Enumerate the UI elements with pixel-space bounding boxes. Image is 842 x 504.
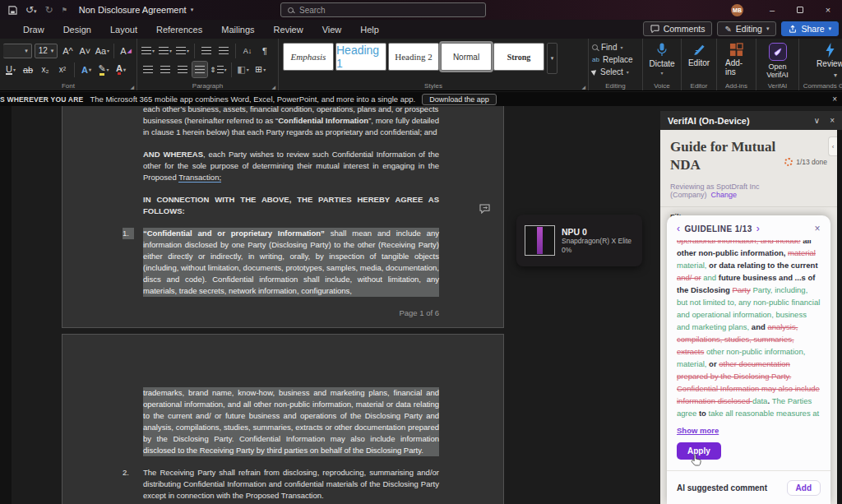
guideline-prev-chevron[interactable]: ‹ bbox=[677, 223, 680, 234]
font-color-button[interactable]: A▾ bbox=[113, 62, 128, 77]
show-more-link[interactable]: Show more bbox=[677, 426, 719, 435]
style-strong[interactable]: Strong bbox=[493, 43, 544, 71]
change-case-button[interactable]: Aa▾ bbox=[95, 43, 109, 58]
increase-indent-button[interactable] bbox=[216, 43, 231, 58]
panel-collapse-chevron-icon[interactable]: ∨ bbox=[814, 116, 820, 125]
shading-button[interactable]: ◧▾ bbox=[236, 62, 251, 77]
font-size-combo[interactable]: 12▾ bbox=[35, 44, 58, 58]
maximize-button[interactable] bbox=[786, 0, 814, 20]
decrease-indent-button[interactable] bbox=[199, 43, 214, 58]
style-heading2[interactable]: Heading 2 bbox=[388, 43, 439, 71]
dictate-button[interactable]: Dictate▾ bbox=[646, 41, 678, 79]
tab-draw[interactable]: Draw bbox=[23, 25, 44, 35]
align-center-button[interactable] bbox=[158, 62, 173, 77]
guideline-close-icon[interactable]: × bbox=[815, 223, 821, 234]
editing-mode-button[interactable]: ✎ Editing▾ bbox=[717, 21, 776, 36]
find-button[interactable]: Find▾ bbox=[592, 41, 639, 53]
shrink-font-button[interactable]: A˅ bbox=[77, 43, 92, 58]
style-heading1[interactable]: Heading 1 bbox=[335, 43, 386, 71]
show-formatting-button[interactable]: ¶ bbox=[257, 43, 272, 58]
replace-button[interactable]: abReplace bbox=[592, 53, 639, 66]
align-left-button[interactable] bbox=[141, 62, 155, 77]
justify-button[interactable] bbox=[192, 62, 207, 77]
search-input[interactable]: Search bbox=[280, 2, 486, 17]
tab-view[interactable]: View bbox=[322, 25, 342, 35]
tab-review[interactable]: Review bbox=[274, 25, 303, 35]
styles-gallery-more-button[interactable]: ▾ bbox=[547, 43, 557, 74]
download-app-button[interactable]: Download the app bbox=[422, 94, 497, 105]
tab-references[interactable]: References bbox=[156, 25, 202, 35]
panel-edge bbox=[837, 130, 842, 504]
numbering-button[interactable]: ▾ bbox=[158, 43, 173, 58]
selected-text-continued: trademarks, brand name, know-how, busine… bbox=[143, 387, 439, 456]
text-effects-button[interactable]: A▾ bbox=[79, 62, 94, 77]
collapse-ribbon-chevron[interactable]: ▾ bbox=[834, 72, 837, 79]
banner-close-icon[interactable]: × bbox=[832, 95, 837, 104]
guideline-next-chevron[interactable]: › bbox=[756, 223, 760, 234]
font-group-label: Font bbox=[0, 82, 136, 90]
document-canvas[interactable]: each other’s business, assets, financial… bbox=[0, 106, 660, 504]
doc-paragraph-whereas1: businesses (hereinafter referred to as “… bbox=[143, 115, 439, 138]
underline-button[interactable]: U▾ bbox=[3, 62, 18, 77]
styles-group-label: Styles bbox=[279, 82, 588, 90]
font-name-combo[interactable]: ▾ bbox=[3, 44, 32, 58]
redline-preview[interactable]: operational information, and include all… bbox=[677, 240, 821, 422]
track-changes-icon[interactable] bbox=[479, 204, 490, 214]
borders-button[interactable]: ⊞▾ bbox=[253, 62, 268, 77]
flag-icon[interactable]: ⚑ bbox=[62, 7, 67, 14]
sort-button[interactable]: A↓ bbox=[240, 43, 255, 58]
editor-button[interactable]: Editor bbox=[685, 41, 713, 79]
avatar[interactable]: MB bbox=[731, 4, 743, 16]
comment-icon bbox=[650, 25, 659, 33]
document-page-2[interactable]: trademarks, brand name, know-how, busine… bbox=[62, 334, 504, 504]
change-link[interactable]: Change bbox=[711, 191, 738, 199]
close-button[interactable]: × bbox=[814, 0, 842, 20]
strikethrough-button[interactable]: ab bbox=[21, 62, 35, 77]
share-icon bbox=[789, 25, 797, 33]
select-button[interactable]: Select▾ bbox=[592, 66, 639, 78]
addins-button[interactable]: Add-ins bbox=[720, 41, 752, 79]
tab-layout[interactable]: Layout bbox=[110, 25, 137, 35]
tab-help[interactable]: Help bbox=[360, 25, 379, 35]
open-verifai-button[interactable]: Open VerifAI bbox=[760, 41, 795, 79]
style-normal[interactable]: Normal bbox=[441, 43, 492, 71]
search-icon bbox=[288, 7, 294, 13]
style-emphasis[interactable]: Emphasis bbox=[283, 43, 334, 71]
align-right-button[interactable] bbox=[175, 62, 190, 77]
tab-design[interactable]: Design bbox=[63, 25, 91, 35]
bullets-button[interactable]: ▾ bbox=[141, 43, 155, 58]
redline-text: operational information, and include all… bbox=[677, 240, 821, 422]
save-icon[interactable] bbox=[8, 6, 17, 15]
npu-title: NPU 0 bbox=[562, 227, 632, 237]
document-title[interactable]: Non Disclosure Agreement▾ bbox=[79, 5, 193, 15]
editor-group: Editor Editor bbox=[682, 39, 717, 90]
add-comment-button[interactable]: Add bbox=[787, 480, 821, 496]
comments-button[interactable]: Comments bbox=[643, 21, 713, 36]
font-dialog-launcher[interactable]: ◢ bbox=[130, 84, 134, 90]
document-page-1[interactable]: each other’s business, assets, financial… bbox=[62, 106, 504, 328]
multilevel-list-button[interactable]: ▾ bbox=[175, 43, 190, 58]
panel-close-icon[interactable]: × bbox=[830, 116, 835, 125]
line-spacing-button[interactable]: ⇕▾ bbox=[210, 62, 227, 77]
grow-font-button[interactable]: A^ bbox=[60, 43, 75, 58]
tab-mailings[interactable]: Mailings bbox=[221, 25, 254, 35]
doc-paragraph-clipped: each other’s business, assets, financial… bbox=[143, 106, 439, 115]
subscript-button[interactable]: x₂ bbox=[38, 62, 53, 77]
minimize-button[interactable]: – bbox=[758, 0, 786, 20]
highlight-color-button[interactable]: ✎▾ bbox=[96, 62, 111, 77]
styles-dialog-launcher[interactable]: ◢ bbox=[581, 84, 585, 90]
cursor-icon bbox=[591, 68, 599, 76]
commands-group: Review Commands Group bbox=[799, 39, 842, 90]
addins-grid-icon bbox=[729, 43, 743, 57]
progress-spinner-icon bbox=[784, 158, 793, 166]
redo-icon[interactable]: ↻ bbox=[45, 4, 53, 16]
superscript-button[interactable]: x² bbox=[55, 62, 70, 77]
paragraph-dialog-launcher[interactable]: ◢ bbox=[271, 84, 275, 90]
undo-icon[interactable]: ↺▾ bbox=[25, 4, 37, 16]
panel-side-collapse-button[interactable]: ‹ bbox=[828, 136, 837, 156]
guideline-header-label: GUIDELINE 1/13 bbox=[684, 224, 752, 234]
verifai-panel-body: ‹ Guide for Mutual NDA 1/13 done Reviewi… bbox=[660, 130, 842, 504]
clear-formatting-button[interactable]: A◢ bbox=[118, 43, 133, 58]
share-button[interactable]: Share▾ bbox=[781, 21, 839, 36]
npu-usage-graph[interactable] bbox=[525, 225, 555, 256]
